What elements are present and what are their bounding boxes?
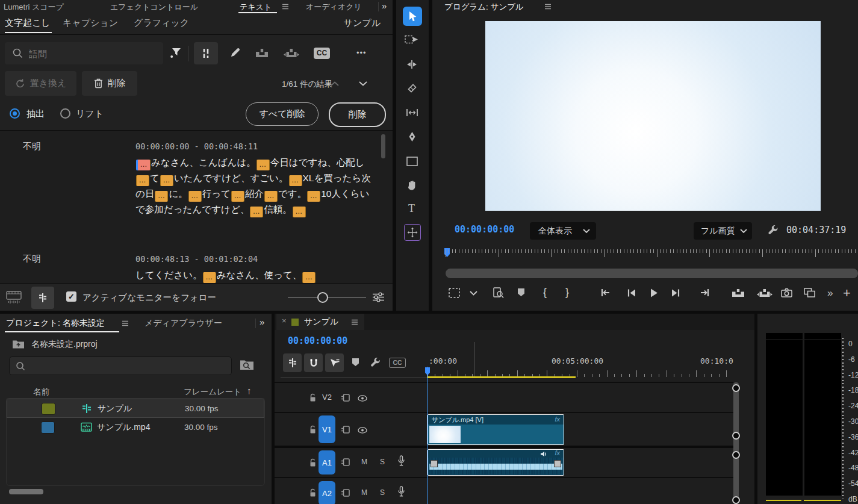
tab-effect-controls[interactable]: エフェクトコントロール (110, 2, 198, 13)
extract-radio-label[interactable]: 抽出 (26, 108, 45, 120)
razor-tool[interactable] (406, 83, 417, 94)
source-patch-icon[interactable] (341, 489, 350, 497)
filler-word-token[interactable]: … (188, 191, 202, 202)
item-name[interactable]: サンプル (98, 403, 132, 414)
extract-radio[interactable] (10, 108, 20, 119)
tab-overflow-icon[interactable]: » (260, 317, 264, 327)
sequence-tab-label[interactable]: サンプル (304, 317, 338, 328)
subtab-graphics[interactable]: グラフィック (134, 17, 189, 29)
audio-scrollbar-handle-bottom[interactable] (732, 496, 740, 504)
filler-word-token[interactable]: … (289, 175, 302, 186)
pen-tool[interactable] (408, 131, 417, 142)
transcript-scrollbar[interactable] (381, 134, 385, 158)
close-tab-icon[interactable]: × (282, 316, 287, 325)
transcript-list[interactable]: 不明 00:00:00:00 - 00:00:48:11 …みなさん、こんばんは… (0, 131, 393, 283)
voiceover-mic-icon[interactable] (397, 486, 405, 497)
timeline-timecode[interactable]: 00:00:00:00 (288, 335, 347, 346)
chevron-down-icon[interactable] (470, 291, 477, 296)
column-header-framerate[interactable]: フレームレート (184, 387, 241, 397)
transform-tool[interactable] (404, 224, 421, 241)
column-header-name[interactable]: 名前 (33, 387, 49, 397)
video-clip[interactable]: サンプル.mp4 [V] fx (427, 414, 564, 445)
extract-speaker-icon[interactable] (284, 48, 299, 58)
zoom-view-icon[interactable] (493, 287, 504, 299)
follow-monitor-label[interactable]: アクティブなモニターをフォロー (82, 292, 216, 303)
tab-project[interactable]: プロジェクト: 名称未設定 (6, 318, 105, 329)
mark-out-icon[interactable]: } (565, 286, 569, 299)
filler-word-token[interactable]: … (155, 191, 168, 202)
export-frame-camera-icon[interactable] (781, 288, 792, 297)
lift-radio[interactable] (60, 108, 70, 119)
lift-speaker-icon[interactable] (255, 48, 269, 58)
nest-toggle-button[interactable] (283, 353, 302, 372)
slip-tool[interactable] (406, 108, 418, 117)
panel-menu-icon[interactable] (544, 4, 552, 10)
lock-icon[interactable] (309, 393, 317, 402)
lock-icon[interactable] (309, 458, 317, 467)
mute-button[interactable]: M (361, 488, 367, 497)
playback-quality-select[interactable]: フル画質 (694, 222, 752, 240)
caption-track-icon[interactable] (6, 291, 22, 303)
add-button-icon[interactable]: + (843, 285, 851, 301)
settings-wrench-icon[interactable] (767, 224, 779, 236)
mute-button[interactable]: M (361, 458, 367, 466)
solo-button[interactable]: S (380, 488, 385, 497)
lift-radio-label[interactable]: リフト (76, 108, 104, 120)
filler-word-token[interactable]: … (231, 191, 244, 202)
folder-up-icon[interactable] (12, 338, 25, 349)
subtab-captions[interactable]: キャプション (63, 17, 118, 29)
speaker-label[interactable]: 不明 (23, 141, 41, 152)
video-scrollbar-handle-bottom[interactable] (732, 432, 740, 440)
hand-tool[interactable] (406, 179, 418, 191)
filler-words-toggle[interactable] (194, 42, 218, 64)
fade-handle-right[interactable] (554, 460, 561, 467)
fx-badge[interactable]: fx (555, 415, 560, 423)
sequence-view-toggle[interactable] (31, 287, 54, 309)
captions-track-badge[interactable]: CC (389, 358, 406, 368)
mark-in-icon[interactable]: { (543, 286, 547, 299)
search-box[interactable] (5, 42, 163, 64)
lock-icon[interactable] (309, 425, 317, 434)
step-forward-icon[interactable] (671, 289, 680, 297)
voiceover-mic-icon[interactable] (397, 455, 405, 466)
filler-word-token[interactable]: … (307, 191, 320, 202)
selection-tool[interactable] (403, 7, 422, 26)
follow-monitor-checkbox[interactable]: ✓ (66, 291, 76, 302)
previous-result-icon[interactable] (331, 81, 339, 86)
safe-margins-icon[interactable] (449, 288, 460, 298)
transport-overflow-icon[interactable]: » (827, 287, 833, 299)
track-target-button[interactable]: V1 (319, 415, 335, 443)
video-scrollbar-handle-top[interactable] (732, 384, 740, 392)
add-marker-icon[interactable] (517, 288, 525, 297)
filler-word-token[interactable]: … (136, 175, 149, 186)
label-color-chip[interactable] (41, 422, 55, 434)
transcript-text[interactable]: …みなさん、こんばんは。…今日はですね、心配し…て…いたんですけど、すごい。…X… (135, 155, 378, 217)
delete-button[interactable]: 削除 (82, 71, 137, 96)
step-back-icon[interactable] (627, 289, 636, 297)
timeline-settings-wrench-icon[interactable] (370, 356, 381, 368)
program-video-frame[interactable] (485, 21, 821, 211)
tab-lumetri-scopes[interactable]: Lumetri スコープ (4, 2, 64, 13)
subtab-transcript[interactable]: 文字起こし (5, 17, 51, 29)
filler-word-token[interactable]: … (136, 160, 151, 170)
text-size-slider-knob[interactable] (317, 292, 328, 303)
project-item-row[interactable]: サンプル.mp4 30.00 fps (7, 418, 264, 437)
replace-button[interactable]: 置き換え (5, 71, 76, 96)
comparison-view-icon[interactable] (804, 288, 815, 297)
tab-text[interactable]: テキスト (240, 2, 272, 13)
track-visibility-eye-icon[interactable] (358, 395, 367, 402)
fit-zoom-select[interactable]: 全体表示 (530, 222, 596, 240)
snap-toggle-button[interactable] (304, 353, 323, 372)
track-row-v1[interactable]: V1 サンプル.mp4 [V] fx (275, 412, 733, 446)
track-label[interactable]: V2 (322, 393, 332, 402)
track-target-button[interactable]: A2 (319, 481, 335, 504)
settings-sliders-icon[interactable] (372, 292, 385, 302)
label-color-chip[interactable] (42, 403, 55, 415)
project-hscrollbar-thumb[interactable] (9, 489, 43, 494)
extract-icon[interactable] (757, 288, 773, 297)
edit-pencil-icon[interactable] (230, 47, 241, 58)
filter-icon[interactable] (170, 47, 182, 59)
tab-overflow-icon[interactable]: » (382, 1, 387, 11)
filler-word-token[interactable]: … (250, 207, 263, 217)
video-tracks-scrollbar[interactable] (733, 382, 739, 457)
